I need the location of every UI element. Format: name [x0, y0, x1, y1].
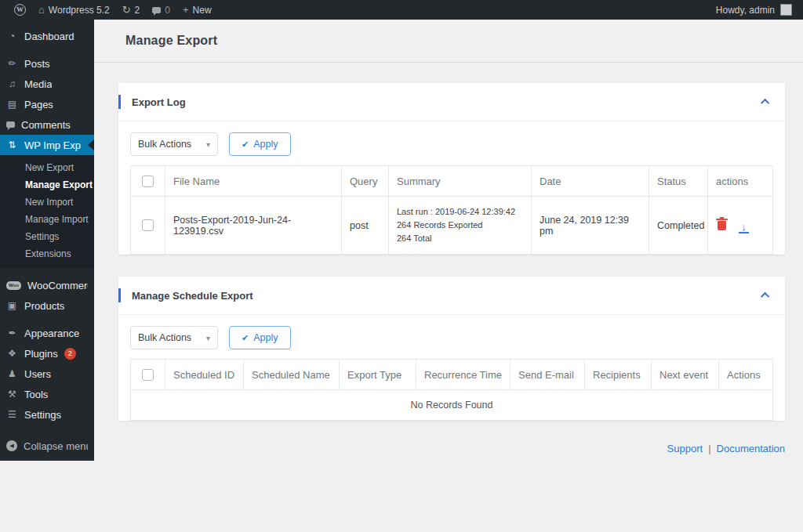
sidebar-item-wp-imp-exp[interactable]: ⇅WP Imp Exp — [0, 135, 94, 155]
collapse-icon: ◀ — [6, 440, 17, 451]
updates-link[interactable]: ↻ 2 — [116, 0, 147, 20]
collapse-panel-icon[interactable] — [761, 99, 769, 107]
no-records-message: No Records Found — [131, 390, 773, 421]
row-checkbox[interactable] — [142, 219, 154, 231]
tools-icon: ⚒ — [6, 389, 18, 400]
sidebar-item-woocommerce[interactable]: WooWooCommerce — [0, 275, 94, 295]
sidebar-item-plugins[interactable]: ❖Plugins2 — [0, 343, 94, 364]
schedule-export-controls: Bulk Actions ▾ ✔ Apply — [118, 315, 785, 359]
trash-icon[interactable] — [718, 221, 726, 230]
wp-imp-exp-submenu: New ExportManage ExportNew ImportManage … — [0, 155, 94, 268]
plus-icon: + — [183, 5, 189, 15]
schedule-export-panel-header: Manage Schedule Export — [118, 277, 785, 315]
column-header-export-type: Export Type — [340, 360, 416, 390]
collapse-panel-icon[interactable] — [761, 292, 769, 301]
column-header-actions: Actions — [719, 360, 773, 390]
select-all-checkbox[interactable] — [142, 369, 154, 381]
documentation-link[interactable]: Documentation — [717, 443, 785, 454]
status-cell: Completed — [649, 197, 708, 255]
submenu-item-settings[interactable]: Settings — [0, 228, 94, 245]
update-count-badge: 2 — [64, 348, 76, 360]
sidebar-item-dashboard[interactable]: ◔Dashboard — [0, 26, 94, 46]
sidebar-item-label: Appearance — [24, 328, 79, 339]
wordpress-menu[interactable]: W — [8, 0, 32, 20]
support-link[interactable]: Support — [667, 443, 703, 454]
column-header-scheduled-id: Scheduled ID — [165, 360, 244, 390]
settings-icon: ☰ — [6, 409, 18, 420]
comments-link[interactable]: 0 — [146, 0, 176, 20]
submenu-item-extensions[interactable]: Extensions — [0, 245, 94, 262]
empty-row: No Records Found — [131, 390, 773, 421]
sidebar-item-settings[interactable]: ☰Settings — [0, 404, 94, 425]
plugin-footer: Support|Documentation — [94, 443, 785, 454]
column-header-send-e-mail: Send E-mail — [511, 360, 585, 390]
sidebar-item-appearance[interactable]: ✒Appearance — [0, 323, 94, 343]
summary-line: 264 Records Exported — [397, 219, 523, 232]
sidebar-item-label: Dashboard — [24, 31, 74, 42]
updates-icon: ↻ — [122, 5, 131, 15]
products-icon: ▣ — [6, 300, 18, 311]
sidebar-item-label: WooCommerce — [27, 280, 88, 291]
sidebar-item-pages[interactable]: ▤Pages — [0, 94, 94, 114]
new-content-link[interactable]: + New — [176, 0, 218, 20]
checkbox-header-cell — [131, 166, 165, 197]
bulk-actions-label: Bulk Actions — [138, 332, 191, 343]
export-log-panel: Export Log Bulk Actions ▾ ✔ Apply File N… — [118, 83, 785, 255]
column-header-recurrence-time: Recurrence Time — [416, 360, 511, 390]
page-title: Manage Export — [125, 34, 217, 48]
bulk-actions-select[interactable]: Bulk Actions ▾ — [130, 132, 218, 156]
sidebar-item-label: WP Imp Exp — [24, 139, 81, 151]
sidebar-item-label: Users — [24, 368, 51, 380]
sidebar-item-collapse-menu[interactable]: ◀Collapse menu — [0, 436, 94, 456]
page-header: Manage Export — [94, 20, 803, 63]
woocommerce-icon: Woo — [6, 281, 21, 290]
summary-line: 264 Total — [397, 232, 523, 245]
submenu-item-new-import[interactable]: New Import — [0, 194, 94, 211]
column-header-file-name: File Name — [165, 166, 342, 197]
sidebar-item-users[interactable]: ♟Users — [0, 364, 94, 384]
menu-separator — [0, 316, 94, 323]
column-header-summary: Summary — [389, 166, 532, 197]
dashboard-icon: ◔ — [6, 31, 18, 42]
submenu-item-manage-import[interactable]: Manage Import — [0, 211, 94, 228]
wordpress-logo-icon: W — [14, 4, 26, 16]
apply-label: Apply — [253, 139, 278, 150]
file-name-cell: Posts-Export-2019-Jun-24-123919.csv — [165, 197, 342, 255]
query-cell: post — [342, 197, 389, 255]
updates-count: 2 — [135, 5, 140, 16]
column-header-query: Query — [342, 166, 389, 197]
howdy-text[interactable]: Howdy, admin — [716, 5, 775, 16]
user-avatar[interactable] — [780, 4, 792, 16]
apply-button[interactable]: ✔ Apply — [229, 132, 291, 156]
sidebar-item-products[interactable]: ▣Products — [0, 295, 94, 316]
sidebar-item-media[interactable]: ♫Media — [0, 74, 94, 94]
sidebar-item-label: Settings — [24, 409, 61, 421]
users-icon: ♟ — [6, 368, 18, 379]
select-all-checkbox[interactable] — [142, 176, 154, 187]
download-icon[interactable]: ↓ — [739, 223, 749, 233]
submenu-item-new-export[interactable]: New Export — [0, 159, 94, 176]
media-icon: ♫ — [6, 78, 18, 89]
apply-button[interactable]: ✔ Apply — [229, 326, 291, 349]
main-content: Export Log Bulk Actions ▾ ✔ Apply File N… — [94, 63, 803, 454]
site-name-link[interactable]: ⌂ Wordpress 5.2 — [32, 0, 116, 20]
export-log-table: File NameQuerySummaryDateStatusactionsPo… — [130, 165, 773, 255]
sidebar-item-label: Comments — [21, 119, 71, 131]
schedule-export-title: Manage Schedule Export — [132, 290, 253, 302]
bulk-actions-select[interactable]: Bulk Actions ▾ — [130, 326, 218, 349]
submenu-item-manage-export[interactable]: Manage Export — [0, 176, 94, 194]
sidebar-item-label: Products — [24, 300, 64, 312]
posts-icon: ✏ — [6, 58, 18, 69]
sidebar-item-posts[interactable]: ✏Posts — [0, 53, 94, 74]
admin-bar: W ⌂ Wordpress 5.2 ↻ 2 0 + New Howdy, adm… — [0, 0, 803, 20]
export-log-panel-header: Export Log — [118, 83, 785, 121]
column-header-scheduled-name: Scheduled Name — [244, 360, 340, 390]
column-header-recipients: Recipients — [585, 360, 652, 390]
sidebar-item-comments[interactable]: Comments — [0, 114, 94, 135]
pages-icon: ▤ — [6, 99, 18, 110]
date-cell: June 24, 2019 12:39 pm — [532, 197, 649, 255]
sidebar-item-label: Media — [24, 78, 52, 90]
site-name: Wordpress 5.2 — [49, 5, 110, 16]
sidebar-item-label: Pages — [24, 99, 53, 110]
sidebar-item-tools[interactable]: ⚒Tools — [0, 384, 94, 404]
